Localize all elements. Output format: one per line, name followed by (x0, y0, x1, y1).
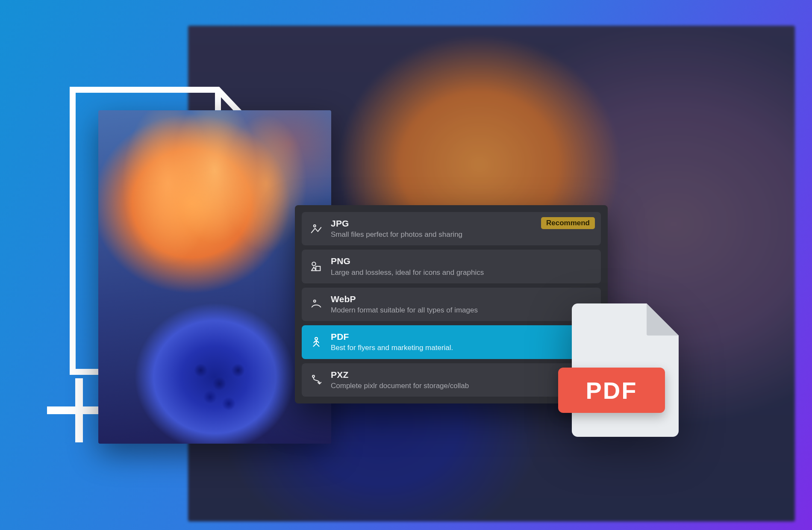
pdf-icon (309, 335, 323, 349)
route-icon (309, 373, 323, 386)
format-option-webp[interactable]: WebP Modern format suitable for all type… (302, 288, 601, 321)
format-desc: Large and lossless, ideal for icons and … (331, 268, 484, 277)
pdf-label-text: PDF (586, 377, 638, 404)
svg-point-2 (314, 225, 316, 227)
format-desc: Small files perfect for photos and shari… (331, 230, 462, 239)
pdf-label-badge: PDF (558, 368, 665, 413)
format-option-jpg[interactable]: JPG Small files perfect for photos and s… (302, 212, 601, 245)
format-option-pxz[interactable]: PXZ Complete pixlr document for storage/… (302, 363, 601, 397)
shapes-icon (309, 259, 323, 273)
format-name: WebP (331, 293, 478, 305)
svg-point-3 (312, 262, 315, 265)
pdf-file-illustration: PDF (572, 303, 679, 437)
format-name: PDF (331, 331, 453, 342)
image-icon (309, 222, 323, 236)
format-name: PXZ (331, 369, 469, 380)
format-option-png[interactable]: PNG Large and lossless, ideal for icons … (302, 250, 601, 283)
person-icon (309, 297, 323, 311)
canvas-stage: JPG Small files perfect for photos and s… (0, 0, 812, 530)
format-name: JPG (331, 218, 462, 229)
format-desc: Best for flyers and marketing material. (331, 343, 453, 353)
format-name: PNG (331, 255, 484, 267)
format-desc: Modern format suitable for all types of … (331, 306, 478, 315)
svg-point-5 (314, 300, 316, 302)
format-option-pdf[interactable]: PDF Best for flyers and marketing materi… (302, 325, 601, 359)
recommend-badge: Recommend (541, 217, 595, 229)
format-desc: Complete pixlr document for storage/coll… (331, 381, 469, 391)
svg-point-7 (312, 375, 315, 377)
file-fold-corner (647, 303, 679, 336)
